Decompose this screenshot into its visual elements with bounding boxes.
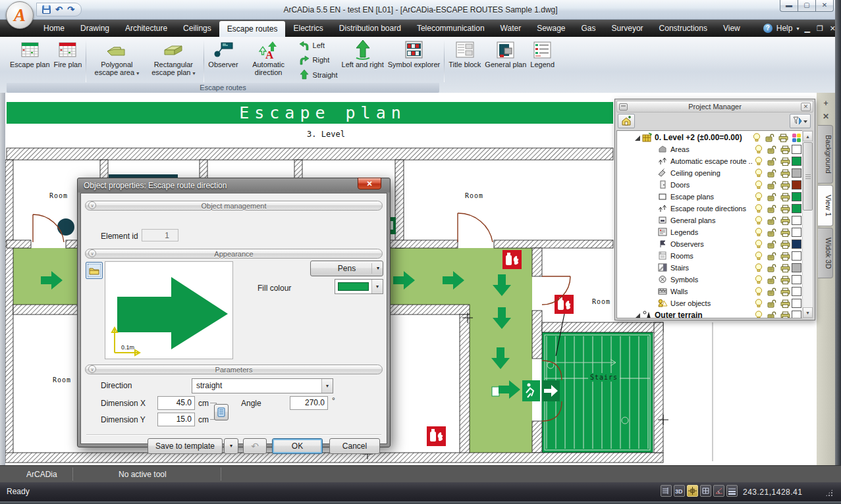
tab-drawing[interactable]: Drawing xyxy=(72,20,117,37)
print-icon[interactable] xyxy=(778,311,792,319)
tab-water[interactable]: Water xyxy=(493,20,529,37)
resize-grip[interactable] xyxy=(825,489,833,497)
help-label[interactable]: Help xyxy=(776,24,793,33)
expand-icon[interactable] xyxy=(634,134,641,141)
statusbar-threed-button[interactable]: 3D xyxy=(674,485,685,497)
lock-icon[interactable] xyxy=(765,216,778,225)
lock-icon[interactable] xyxy=(765,240,778,249)
lock-icon[interactable] xyxy=(765,252,778,261)
cancel-button[interactable]: Cancel xyxy=(329,438,380,454)
maximize-button[interactable]: ▢ xyxy=(798,0,816,12)
ribbon-button-title-block[interactable]: Title block xyxy=(447,38,483,83)
dialog-close-button[interactable]: ✕ xyxy=(358,178,381,189)
tree-item-ceiling-opening[interactable]: Ceiling opening xyxy=(617,167,803,179)
ribbon-restore-icon[interactable]: ❐ xyxy=(815,24,825,33)
scrollbar-thumb[interactable] xyxy=(803,142,813,211)
undo-button[interactable]: ↶ xyxy=(243,438,267,454)
tree-item-user-objects[interactable]: User objects xyxy=(617,297,803,309)
app-logo[interactable]: A xyxy=(6,1,34,29)
tab-view[interactable]: View xyxy=(715,20,748,37)
print-icon[interactable] xyxy=(778,157,792,166)
add-building-button[interactable] xyxy=(618,114,635,128)
section-appearance[interactable]: ∨Appearance xyxy=(85,249,383,259)
add-view-button[interactable]: + xyxy=(821,99,831,109)
tab-architecture[interactable]: Architecture xyxy=(117,20,175,37)
ribbon-button-fire-plan[interactable]: Fire plan xyxy=(52,38,84,83)
layer-color-swatch[interactable] xyxy=(792,275,801,284)
visibility-bulb-icon[interactable] xyxy=(752,299,765,308)
project-tree-scrollbar[interactable]: ▲ ▼ xyxy=(802,130,813,318)
project-manager-titlebar[interactable]: Project Manager ✕ xyxy=(616,101,813,113)
lock-icon[interactable] xyxy=(765,311,778,319)
close-button[interactable]: ✕ xyxy=(815,0,834,12)
tab-surveyor[interactable]: Surveyor xyxy=(604,20,651,37)
print-icon[interactable] xyxy=(778,145,792,154)
tab-escape-routes[interactable]: Escape routes xyxy=(219,21,286,37)
print-icon[interactable] xyxy=(778,228,792,237)
fill-colour-dropdown[interactable]: ▾ xyxy=(335,279,383,294)
tree-item-symbols[interactable]: Symbols xyxy=(617,274,803,286)
visibility-bulb-icon[interactable] xyxy=(752,168,765,178)
tree-item-0-level-2-0-00-0-00[interactable]: 0. Level +2 (±0.00=0.00) xyxy=(617,132,803,143)
tab-telecommunication[interactable]: Telecommunication xyxy=(409,20,493,37)
angle-field[interactable]: 270.0 xyxy=(290,396,328,410)
statusbar-angle-button[interactable] xyxy=(713,485,724,497)
ribbon-button-right[interactable]: Right xyxy=(299,54,338,66)
view-tab-background[interactable]: Background xyxy=(818,125,833,184)
project-manager-close-icon[interactable]: ✕ xyxy=(801,103,811,111)
visibility-bulb-icon[interactable] xyxy=(752,204,765,213)
collapse-icon[interactable]: ∨ xyxy=(88,249,96,257)
scroll-down-icon[interactable]: ▼ xyxy=(803,307,813,318)
layer-color-swatch[interactable] xyxy=(792,287,801,296)
layer-color-swatch[interactable] xyxy=(792,311,801,318)
layer-color-swatch[interactable] xyxy=(792,168,801,178)
layer-color-swatch[interactable] xyxy=(792,228,801,237)
save-to-template-button[interactable]: Save to template xyxy=(148,438,223,454)
template-folder-button[interactable] xyxy=(86,262,103,279)
collapse-icon[interactable]: ∨ xyxy=(88,201,96,209)
tree-item-observers[interactable]: Observers xyxy=(617,238,803,250)
collapse-icon[interactable]: ∨ xyxy=(88,365,96,373)
close-view-button[interactable]: ✕ xyxy=(821,112,831,122)
expand-icon[interactable] xyxy=(634,312,641,318)
tree-item-stairs[interactable]: Stairs xyxy=(617,262,803,274)
lock-icon[interactable] xyxy=(765,228,778,237)
print-icon[interactable] xyxy=(778,193,792,201)
statusbar-grid-button[interactable] xyxy=(700,485,711,497)
save-template-menu-button[interactable]: ▾ xyxy=(224,438,238,454)
print-icon[interactable] xyxy=(776,134,790,142)
visibility-bulb-icon[interactable] xyxy=(752,263,765,272)
print-icon[interactable] xyxy=(778,216,792,225)
tree-item-escape-route-directions[interactable]: Escape route directions xyxy=(617,203,803,214)
visibility-bulb-icon[interactable] xyxy=(752,180,765,189)
tree-item-general-plans[interactable]: General plans xyxy=(617,214,803,226)
tree-item-outer-terrain[interactable]: Outer terrain xyxy=(617,309,803,318)
visibility-bulb-icon[interactable] xyxy=(750,133,763,142)
lock-icon[interactable] xyxy=(765,288,778,296)
lock-icon[interactable] xyxy=(763,134,776,142)
ok-button[interactable]: OK xyxy=(272,438,323,454)
ribbon-button-left[interactable]: Left xyxy=(299,39,338,52)
visibility-bulb-icon[interactable] xyxy=(752,145,765,154)
ribbon-button-straight[interactable]: Straight xyxy=(299,68,338,81)
lock-icon[interactable] xyxy=(765,157,778,166)
ribbon-button-left-and-right[interactable]: Left and right xyxy=(340,38,386,83)
lock-icon[interactable] xyxy=(765,181,778,189)
dimension-x-field[interactable]: 45.0 xyxy=(157,396,195,410)
link-dimensions-button[interactable] xyxy=(214,404,229,420)
tab-home[interactable]: Home xyxy=(36,20,72,37)
visibility-bulb-icon[interactable] xyxy=(752,287,765,296)
lock-icon[interactable] xyxy=(765,264,778,272)
ribbon-button-legend[interactable]: Legend xyxy=(528,38,556,83)
help-icon[interactable]: ? xyxy=(763,24,773,33)
tab-sewage[interactable]: Sewage xyxy=(529,20,573,37)
tree-item-walls[interactable]: Walls xyxy=(617,286,803,297)
layer-color-swatch[interactable] xyxy=(792,216,801,225)
view-tab-view-1[interactable]: View 1 xyxy=(818,185,833,226)
pens-button[interactable]: Pens ▾ xyxy=(310,261,383,276)
visibility-bulb-icon[interactable] xyxy=(752,228,765,237)
tab-gas[interactable]: Gas xyxy=(574,20,604,37)
view-tab-widok-3d[interactable]: Widok 3D xyxy=(818,228,833,279)
print-icon[interactable] xyxy=(778,299,792,308)
tab-electrics[interactable]: Electrics xyxy=(285,20,331,37)
